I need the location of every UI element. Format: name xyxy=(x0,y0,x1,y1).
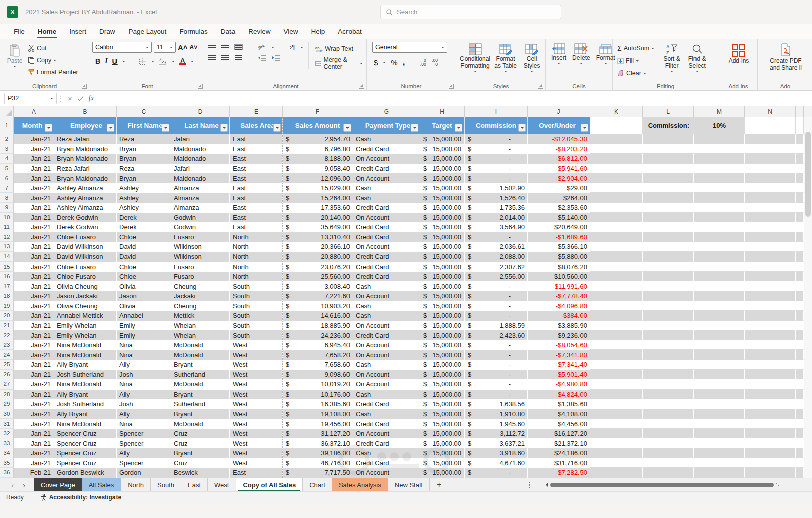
cell-E9[interactable]: East xyxy=(230,203,283,213)
cell-C24[interactable]: Nina xyxy=(117,350,171,360)
row-number-3[interactable]: 3 xyxy=(0,144,14,154)
cell-J30[interactable]: $4,108.00 xyxy=(528,409,590,419)
sheet-tab-west[interactable]: West xyxy=(208,478,236,491)
cell-I8[interactable]: $1,526.40 xyxy=(465,193,528,203)
cell-F14[interactable]: $20,880.00 xyxy=(283,252,353,262)
filter-dropdown-icon[interactable] xyxy=(162,124,169,132)
cell-K13[interactable] xyxy=(590,242,643,252)
cell-D24[interactable]: McDonald xyxy=(171,350,230,360)
cell-L3[interactable] xyxy=(643,144,694,154)
cell-J32[interactable]: $16,127.20 xyxy=(528,429,590,439)
cell-E19[interactable]: South xyxy=(230,301,283,311)
insert-cells-button[interactable]: Insert xyxy=(549,42,569,81)
select-all-corner[interactable] xyxy=(0,106,14,117)
cell-B24[interactable]: Nina McDonald xyxy=(54,350,117,360)
cell-L17[interactable] xyxy=(643,281,694,291)
cell-A18[interactable]: Jan-21 xyxy=(14,291,54,301)
cell-N34[interactable] xyxy=(745,448,796,458)
cell-G34[interactable]: Cash xyxy=(353,448,420,458)
row-number-20[interactable]: 20 xyxy=(0,311,14,321)
font-color-dropdown[interactable] xyxy=(191,61,194,64)
cell-E31[interactable]: West xyxy=(230,419,283,429)
cell-C8[interactable]: Ashley xyxy=(117,193,171,203)
cell-M33[interactable] xyxy=(694,438,745,448)
cell-L36[interactable] xyxy=(643,468,694,478)
cell-D28[interactable]: Bryant xyxy=(171,390,230,400)
cell-F32[interactable]: $31,127.20 xyxy=(283,429,353,439)
cell-B14[interactable]: David Wilkinson xyxy=(54,252,117,262)
excel-app-icon[interactable]: X xyxy=(7,6,18,18)
cell-C10[interactable]: Derek xyxy=(117,213,171,223)
cell-F10[interactable]: $20,140.00 xyxy=(283,213,353,223)
cell-G2[interactable]: Cash xyxy=(353,134,420,144)
cell-F25[interactable]: $7,658.60 xyxy=(283,360,353,370)
cell-E35[interactable]: West xyxy=(230,458,283,468)
fill-color-icon[interactable] xyxy=(159,57,167,65)
cell-D18[interactable]: Jackaki xyxy=(171,291,230,301)
find-select-button[interactable]: Find & Select xyxy=(685,42,709,81)
font-dialog-launcher[interactable] xyxy=(198,84,203,89)
cell-M28[interactable] xyxy=(694,390,745,400)
cell-G25[interactable]: Cash xyxy=(353,360,420,370)
accounting-format-dropdown[interactable] xyxy=(383,62,386,65)
autosum-button[interactable]: ΣAutoSum xyxy=(616,43,656,54)
cell-B11[interactable]: Derek Godwin xyxy=(54,222,117,232)
cell-A13[interactable]: Jan-21 xyxy=(14,242,54,252)
cell-G15[interactable]: Credit Card xyxy=(353,262,420,272)
cell-K22[interactable] xyxy=(590,330,643,340)
cell-N35[interactable] xyxy=(745,458,796,468)
row-number-28[interactable]: 28 xyxy=(0,390,14,400)
row-number-7[interactable]: 7 xyxy=(0,183,14,193)
cell-L28[interactable] xyxy=(643,390,694,400)
row-number-17[interactable]: 17 xyxy=(0,281,14,291)
cell-G24[interactable]: On Account xyxy=(353,350,420,360)
menu-tab-draw[interactable]: Draw xyxy=(93,25,122,39)
cell-B27[interactable]: Nina McDonald xyxy=(54,379,117,390)
column-header-G[interactable]: G xyxy=(353,106,420,117)
cell-H24[interactable]: $15,000.00 xyxy=(420,350,465,360)
row-number-10[interactable]: 10 xyxy=(0,213,14,223)
cell-K26[interactable] xyxy=(590,370,643,380)
cell-F15[interactable]: $23,076.20 xyxy=(283,262,353,272)
cell-N28[interactable] xyxy=(745,390,796,400)
cell-D30[interactable]: Bryant xyxy=(171,409,230,419)
cell-E25[interactable]: West xyxy=(230,360,283,370)
cell-C34[interactable]: Ally xyxy=(117,448,171,458)
cell-K35[interactable] xyxy=(590,458,643,468)
cell-L19[interactable] xyxy=(643,301,694,311)
cell-E3[interactable]: East xyxy=(230,144,283,154)
cell-J5[interactable]: -$5,941.60 xyxy=(528,164,590,174)
cell-A9[interactable]: Jan-21 xyxy=(14,203,54,213)
cell-L4[interactable] xyxy=(643,154,694,164)
cell-M26[interactable] xyxy=(694,370,745,380)
cell-H33[interactable]: $15,000.00 xyxy=(420,438,465,448)
cell-K31[interactable] xyxy=(590,419,643,429)
namebox-separator[interactable]: ⋮ xyxy=(57,94,64,103)
cell-M18[interactable] xyxy=(694,291,745,301)
cell-I23[interactable]: $- xyxy=(465,340,528,350)
cell-I26[interactable]: $- xyxy=(465,370,528,380)
cell-E18[interactable]: South xyxy=(230,291,283,301)
row-number-35[interactable]: 35 xyxy=(0,458,14,468)
cell-H26[interactable]: $15,000.00 xyxy=(420,370,465,380)
cell-G11[interactable]: Credit Card xyxy=(353,222,420,232)
column-header-L[interactable]: L xyxy=(643,106,694,117)
cell-B21[interactable]: Emily Whelan xyxy=(54,321,117,331)
cell-E26[interactable]: West xyxy=(230,370,283,380)
cell-B17[interactable]: Olivia Cheung xyxy=(54,281,117,291)
text-direction-dropdown[interactable] xyxy=(300,47,303,50)
cell-D16[interactable]: Fusaro xyxy=(171,272,230,282)
cell-D22[interactable]: Whelan xyxy=(171,330,230,340)
cell-H16[interactable]: $15,000.00 xyxy=(420,272,465,282)
cell-G26[interactable]: On Account xyxy=(353,370,420,380)
cell-A2[interactable]: Jan-21 xyxy=(14,134,54,144)
sheet-tab-south[interactable]: South xyxy=(151,478,181,491)
cell-M25[interactable] xyxy=(694,360,745,370)
delete-cells-button[interactable]: Delete xyxy=(570,42,593,81)
header-cell-over-under[interactable]: Over/Under xyxy=(528,117,590,134)
cell-F22[interactable]: $24,236.00 xyxy=(283,330,353,340)
cell-K27[interactable] xyxy=(590,379,643,390)
cell-M9[interactable] xyxy=(694,203,745,213)
cell-J12[interactable]: -$1,689.60 xyxy=(528,232,590,242)
cell-N12[interactable] xyxy=(745,232,796,242)
